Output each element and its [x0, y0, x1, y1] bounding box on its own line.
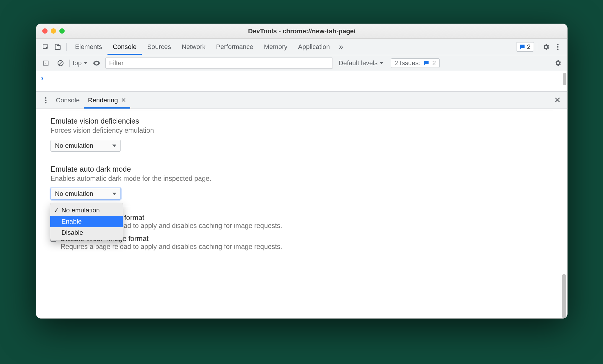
svg-point-11 — [45, 102, 47, 103]
drawer-tab-console[interactable]: Console — [52, 92, 84, 109]
chevron-down-icon — [112, 193, 116, 195]
section-desc: Enables automatic dark mode for the insp… — [50, 175, 553, 183]
more-tabs-icon[interactable]: » — [335, 41, 347, 53]
svg-point-4 — [557, 46, 559, 47]
section-vision-deficiencies: Emulate vision deficiencies Forces visio… — [36, 111, 567, 159]
window-title: DevTools - chrome://new-tab-page/ — [248, 27, 356, 35]
svg-point-3 — [557, 44, 559, 45]
drawer-tab-rendering[interactable]: Rendering ✕ — [84, 92, 131, 109]
clear-console-icon[interactable] — [55, 57, 66, 69]
console-toolbar: top Default levels 2 Issues: 2 — [36, 55, 567, 71]
minimize-window-button[interactable] — [51, 28, 56, 34]
svg-point-5 — [557, 48, 559, 50]
live-expression-icon[interactable] — [91, 57, 102, 69]
window-titlebar: DevTools - chrome://new-tab-page/ — [36, 24, 567, 39]
rendering-panel: Emulate vision deficiencies Forces visio… — [36, 109, 567, 318]
main-tabbar: Elements Console Sources Network Perform… — [36, 39, 567, 55]
svg-line-8 — [59, 61, 62, 65]
console-settings-icon[interactable] — [552, 57, 564, 69]
scrollbar-thumb[interactable] — [562, 274, 566, 318]
dropdown-option-no-emulation[interactable]: ✓ No emulation — [50, 205, 123, 216]
traffic-lights — [42, 28, 65, 34]
issues-indicator[interactable]: 2 Issues: 2 — [391, 58, 440, 68]
log-levels-selector[interactable]: Default levels — [339, 59, 384, 67]
console-output[interactable]: › — [36, 71, 567, 92]
maximize-window-button[interactable] — [59, 28, 65, 34]
tab-performance[interactable]: Performance — [211, 39, 259, 55]
chat-icon — [423, 60, 429, 66]
section-auto-dark-mode: Emulate auto dark mode Enables automatic… — [36, 159, 567, 207]
check-icon: ✓ — [54, 206, 59, 214]
dropdown-option-disable[interactable]: Disable — [50, 227, 123, 238]
drawer-kebab-icon[interactable] — [40, 94, 52, 106]
section-title: Emulate auto dark mode — [50, 165, 553, 173]
chevron-down-icon — [112, 145, 116, 147]
tab-network[interactable]: Network — [176, 39, 211, 55]
settings-gear-icon[interactable] — [540, 41, 552, 53]
toggle-sidebar-icon[interactable] — [40, 57, 52, 69]
svg-point-10 — [45, 99, 47, 101]
chat-icon — [519, 44, 525, 50]
auto-dark-mode-select[interactable]: No emulation — [50, 188, 121, 200]
vision-deficiency-select[interactable]: No emulation — [50, 140, 121, 152]
messages-badge[interactable]: 2 — [516, 42, 534, 52]
tab-console[interactable]: Console — [107, 39, 142, 55]
filter-input[interactable] — [105, 58, 333, 69]
svg-point-9 — [45, 97, 47, 99]
chevron-down-icon — [84, 62, 88, 64]
tab-elements[interactable]: Elements — [70, 39, 107, 55]
close-tab-icon[interactable]: ✕ — [121, 96, 126, 104]
section-title: Emulate vision deficiencies — [50, 117, 553, 125]
tab-application[interactable]: Application — [293, 39, 335, 55]
devtools-window: DevTools - chrome://new-tab-page/ Elemen… — [36, 24, 568, 319]
scrollbar-thumb[interactable] — [563, 73, 566, 85]
section-desc: Forces vision deficiency emulation — [50, 127, 553, 135]
checkbox-desc: Requires a page reload to apply and disa… — [61, 243, 282, 251]
svg-rect-2 — [57, 45, 60, 50]
console-prompt-icon: › — [41, 74, 43, 82]
tab-memory[interactable]: Memory — [259, 39, 293, 55]
auto-dark-mode-dropdown: ✓ No emulation Enable Disable — [50, 203, 123, 240]
drawer-tabbar: Console Rendering ✕ ✕ — [36, 92, 567, 109]
inspect-element-icon[interactable] — [40, 41, 52, 53]
device-toolbar-icon[interactable] — [52, 41, 63, 53]
chevron-down-icon — [379, 62, 384, 64]
dropdown-option-enable[interactable]: Enable — [50, 216, 123, 227]
kebab-menu-icon[interactable] — [552, 41, 564, 53]
context-selector[interactable]: top — [73, 59, 88, 67]
close-drawer-icon[interactable]: ✕ — [551, 95, 564, 105]
tab-sources[interactable]: Sources — [142, 39, 176, 55]
close-window-button[interactable] — [42, 28, 48, 34]
